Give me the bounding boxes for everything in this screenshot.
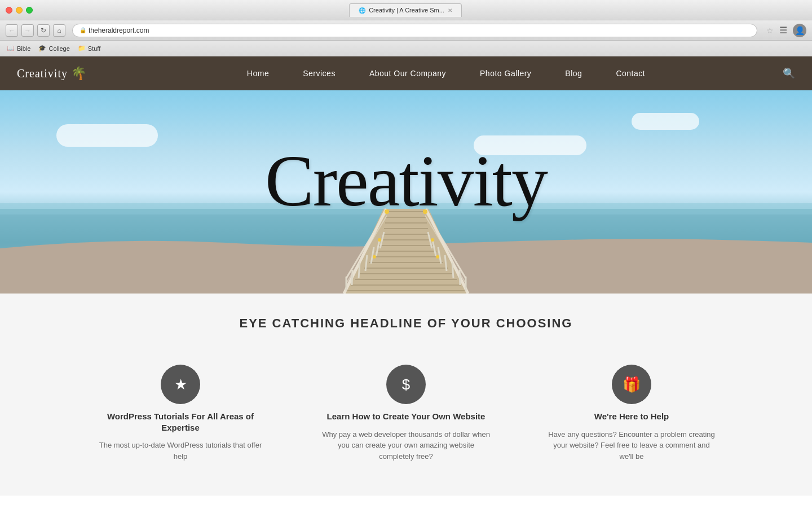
- bookmark-college-label: College: [48, 45, 69, 52]
- svg-point-41: [431, 238, 434, 242]
- feature-desc-1: Why pay a web developer thousands of dol…: [321, 429, 491, 462]
- gift-icon: 🎁: [623, 376, 641, 393]
- nav-blog[interactable]: Blog: [565, 69, 582, 78]
- main-headline: EYE CATCHING HEADLINE OF YOUR CHOOSING: [11, 316, 801, 331]
- nav-links: Home Services About Our Company Photo Ga…: [109, 69, 783, 78]
- feature-desc-2: Have any questions? Encounter a problem …: [547, 429, 716, 462]
- nav-services[interactable]: Services: [303, 69, 336, 78]
- nav-bar: ← → ↻ ⌂ 🔒 theheraldreport.com ☆ ☰ 👤: [0, 20, 812, 41]
- bookmark-star-icon[interactable]: ☆: [766, 26, 774, 35]
- college-icon: 🎓: [38, 45, 46, 52]
- bible-icon: 📖: [7, 45, 15, 52]
- palm-tree-icon: 🌴: [71, 66, 87, 81]
- feature-title-1: Learn How to Create Your Own Website: [327, 411, 486, 422]
- feature-item-0: ★ WordPress Tutorials For All Areas of E…: [96, 365, 265, 462]
- lock-icon: 🔒: [80, 27, 86, 33]
- logo-text: Creativity: [17, 67, 68, 80]
- star-icon: ★: [174, 376, 187, 393]
- user-avatar: 👤: [795, 26, 805, 35]
- tab-favicon: 🌐: [359, 7, 365, 14]
- feature-icon-1: $: [386, 365, 426, 404]
- site-logo[interactable]: Creativity 🌴: [17, 66, 87, 81]
- bookmark-college[interactable]: 🎓 College: [38, 45, 69, 52]
- search-icon[interactable]: 🔍: [783, 67, 795, 80]
- reload-button[interactable]: ↻: [37, 24, 50, 37]
- feature-desc-0: The most up-to-date WordPress tutorials …: [96, 440, 265, 462]
- nav-about[interactable]: About Our Company: [369, 69, 446, 78]
- svg-point-40: [378, 238, 381, 242]
- bookmark-stuff[interactable]: 📁 Stuff: [78, 45, 100, 52]
- bookmark-stuff-label: Stuff: [88, 45, 100, 52]
- site-nav: Creativity 🌴 Home Services About Our Com…: [0, 56, 812, 90]
- nav-home[interactable]: Home: [247, 69, 269, 78]
- svg-line-29: [452, 262, 453, 278]
- forward-button[interactable]: →: [21, 24, 34, 37]
- traffic-lights: [6, 7, 33, 14]
- hero-section: Creativity: [0, 90, 812, 294]
- title-bar: 🌐 Creativity | A Creative Sm... ✕: [0, 0, 812, 20]
- feature-title-0: WordPress Tutorials For All Areas of Exp…: [96, 411, 265, 433]
- maximize-button[interactable]: [26, 7, 33, 14]
- browser-chrome: 🌐 Creativity | A Creative Sm... ✕ ← → ↻ …: [0, 0, 812, 56]
- bookmarks-bar: 📖 Bible 🎓 College 📁 Stuff: [0, 41, 812, 56]
- dollar-icon: $: [402, 376, 410, 393]
- features-row: ★ WordPress Tutorials For All Areas of E…: [11, 353, 801, 473]
- minimize-button[interactable]: [16, 7, 23, 14]
- tab-title: Creativity | A Creative Sm...: [369, 7, 444, 14]
- feature-item-1: $ Learn How to Create Your Own Website W…: [321, 365, 491, 462]
- svg-point-42: [373, 255, 376, 259]
- feature-item-2: 🎁 We're Here to Help Have any questions?…: [547, 365, 716, 462]
- feature-icon-0: ★: [161, 365, 200, 404]
- close-button[interactable]: [6, 7, 12, 14]
- website-content: Creativity 🌴 Home Services About Our Com…: [0, 56, 812, 496]
- bookmark-bible-label: Bible: [17, 45, 30, 52]
- back-button[interactable]: ←: [6, 24, 18, 37]
- stuff-icon: 📁: [78, 45, 86, 52]
- browser-tab[interactable]: 🌐 Creativity | A Creative Sm... ✕: [349, 3, 462, 17]
- content-section: EYE CATCHING HEADLINE OF YOUR CHOOSING ★…: [0, 294, 812, 496]
- feature-title-2: We're Here to Help: [594, 411, 669, 422]
- nav-gallery[interactable]: Photo Gallery: [480, 69, 531, 78]
- feature-icon-2: 🎁: [612, 365, 651, 404]
- tab-close-icon[interactable]: ✕: [448, 7, 452, 14]
- nav-contact[interactable]: Contact: [616, 69, 645, 78]
- svg-point-43: [436, 255, 439, 259]
- hero-title: Creativity: [265, 144, 547, 217]
- url-bar[interactable]: 🔒 theheraldreport.com: [72, 24, 757, 37]
- menu-icon[interactable]: ☰: [779, 25, 787, 36]
- bookmark-bible[interactable]: 📖 Bible: [7, 45, 30, 52]
- home-button[interactable]: ⌂: [53, 24, 65, 37]
- svg-line-22: [359, 262, 360, 278]
- url-text: theheraldreport.com: [89, 27, 149, 34]
